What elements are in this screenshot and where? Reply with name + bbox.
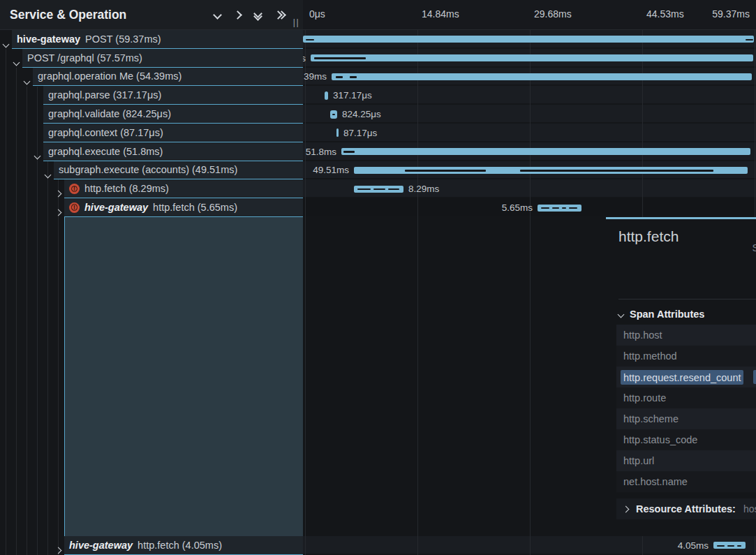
span-attributes-header[interactable]: Span Attributes (618, 309, 704, 320)
attribute-row: http.request.resend_count 1 (616, 367, 756, 387)
attribute-key: http.url (623, 455, 756, 466)
bar-dash (562, 207, 566, 209)
detail-title: http.fetch (618, 228, 679, 245)
chevron-right-icon[interactable] (56, 543, 61, 555)
resource-attribute: host.arch = arm64 (743, 503, 756, 515)
span-name: POST /graphql (57.57ms) (27, 52, 142, 64)
collapse-all-icon[interactable] (255, 10, 261, 20)
attribute-row: http.url "http://localhost:4011/" (616, 450, 756, 471)
span-timeline-row[interactable]: 54.39ms (303, 68, 756, 87)
bar-dash (520, 170, 713, 171)
span-service: hive-gateway (17, 34, 80, 45)
attribute-key: net.host.name (623, 476, 756, 487)
error-icon: ! (69, 202, 80, 213)
span-timeline-row[interactable]: 824.25μs (303, 105, 756, 124)
ruler-tick: 14.84ms (422, 8, 459, 20)
bar-dash (405, 170, 486, 171)
span-row[interactable]: POST /graphql (57.57ms) (0, 49, 303, 68)
span-duration-label: 317.17μs (333, 90, 372, 101)
span-name: graphql.operation Me (54.39ms) (38, 71, 181, 82)
bar-dash (746, 39, 753, 40)
span-duration-label: 51.8ms (306, 147, 336, 157)
span-duration-label: 4.05ms (678, 540, 709, 551)
span-row[interactable]: hive-gateway http.fetch (4.05ms) (0, 536, 303, 555)
span-timeline-row[interactable]: 8.29ms (303, 179, 756, 198)
attribute-key: http.status_code (623, 434, 756, 445)
span-bar[interactable] (332, 73, 752, 80)
span-timeline-row[interactable]: 49.51ms (303, 161, 756, 180)
chevron-right-icon (623, 505, 630, 512)
span-row[interactable]: graphql.parse (317.17μs) (0, 86, 303, 105)
bar-dash (727, 545, 734, 547)
span-row[interactable]: graphql.operation Me (54.39ms) (0, 68, 303, 87)
chevron-down-icon[interactable] (24, 74, 29, 87)
attribute-row: http.scheme "http:" (616, 408, 756, 429)
bar-dash (569, 207, 577, 209)
span-bar[interactable] (336, 128, 339, 137)
span-name: subgraph.execute (accounts) (49.51ms) (59, 164, 237, 175)
ruler-tick: 59.37ms (712, 8, 750, 20)
span-bar[interactable] (325, 91, 328, 100)
span-name: graphql.validate (824.25μs) (48, 108, 171, 119)
span-name: http.fetch (8.29ms) (84, 183, 169, 194)
span-row[interactable]: subgraph.execute (accounts) (49.51ms) (0, 161, 303, 180)
span-timeline-row[interactable]: 4.05ms (303, 536, 756, 555)
expand-one-icon[interactable] (235, 12, 241, 18)
span-service: hive-gateway (69, 540, 133, 551)
ruler-tick: 0μs (309, 8, 325, 20)
span-duration-label: 87.17μs (343, 128, 377, 138)
span-tree-column: hive-gateway POST (59.37ms) POST /graphq… (0, 0, 303, 555)
timeline-column: 57.57ms54.39ms317.17μs824.25μs87.17μs51.… (303, 0, 756, 555)
span-name: graphql.execute (51.8ms) (48, 146, 163, 157)
column-resize-handle[interactable]: || (293, 17, 299, 27)
span-detail-panel: http.fetch Service: hive-gateway|Duratio… (606, 217, 756, 536)
resource-attributes-items: host.arch = arm64 | host.id = BC62E13B-C… (743, 503, 756, 515)
span-duration-label: 49.51ms (313, 165, 349, 175)
selected-span-highlight (64, 217, 303, 536)
bar-dash (541, 207, 549, 209)
span-duration-label: 54.39ms (303, 71, 327, 82)
span-name: graphql.parse (317.17μs) (48, 89, 161, 101)
bar-dash (737, 545, 741, 547)
attribute-key: http.host (623, 330, 756, 341)
chevron-down-icon[interactable] (14, 55, 19, 68)
attribute-key: http.request.resend_count (623, 371, 756, 383)
span-row[interactable]: ! http.fetch (8.29ms) (0, 179, 303, 198)
span-timeline-row[interactable] (303, 30, 756, 49)
resource-attributes-row[interactable]: Resource Attributes: host.arch = arm64 |… (616, 498, 756, 519)
chevron-down-icon[interactable] (35, 149, 40, 161)
bar-dash (350, 76, 357, 77)
span-duration-label: 5.65ms (502, 202, 533, 213)
span-bar[interactable] (311, 54, 753, 61)
span-row[interactable]: !hive-gateway http.fetch (5.65ms) (0, 198, 303, 217)
collapse-one-icon[interactable] (214, 12, 221, 18)
chevron-down-icon[interactable] (45, 168, 50, 180)
bar-dash (332, 114, 335, 115)
span-timeline-row[interactable]: 5.65ms (303, 198, 756, 217)
tree-header: Service & Operation || (0, 0, 303, 30)
span-row[interactable]: hive-gateway POST (59.37ms) (0, 30, 303, 49)
tree-header-title: Service & Operation (10, 0, 126, 29)
bar-dash (717, 545, 725, 547)
chevron-down-icon[interactable] (3, 37, 8, 50)
span-timeline-row[interactable]: 87.17μs (303, 124, 756, 142)
attribute-row: net.host.name "localhost" (616, 471, 756, 492)
span-timeline-row[interactable]: 51.8ms (303, 142, 756, 161)
span-timeline-row[interactable]: 317.17μs (303, 86, 756, 105)
error-icon: ! (69, 184, 80, 194)
span-timeline-row[interactable]: 57.57ms (303, 49, 756, 68)
detail-meta-line: Library Name: hive-gateway (752, 273, 756, 288)
chevron-right-icon[interactable] (56, 205, 61, 218)
span-row[interactable]: graphql.execute (51.8ms) (0, 142, 303, 161)
chevron-right-icon[interactable] (56, 186, 61, 199)
expand-all-icon[interactable] (275, 12, 285, 18)
bar-dash (343, 151, 355, 152)
span-row[interactable]: graphql.context (87.17μs) (0, 124, 303, 142)
ruler-tick: 44.53ms (646, 8, 684, 20)
meta-label: Start Time: (752, 242, 756, 253)
span-row[interactable]: graphql.validate (824.25μs) (0, 105, 303, 124)
span-bar[interactable] (341, 148, 750, 155)
span-bar[interactable] (303, 36, 754, 43)
tree-header-icons (214, 0, 285, 29)
detail-meta-line: Status: error|Status Message: Too Many R… (752, 258, 756, 273)
